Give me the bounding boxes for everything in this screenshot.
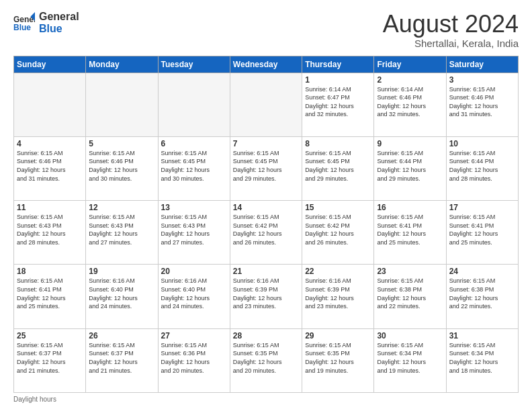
calendar-cell [230,73,302,136]
calendar-cell: 23Sunrise: 6:15 AM Sunset: 6:38 PM Dayli… [374,265,446,328]
calendar-cell: 16Sunrise: 6:15 AM Sunset: 6:41 PM Dayli… [374,201,446,265]
day-number: 26 [89,331,154,340]
day-number: 13 [161,203,227,212]
calendar-cell: 13Sunrise: 6:15 AM Sunset: 6:43 PM Dayli… [158,201,230,265]
calendar-cell: 6Sunrise: 6:15 AM Sunset: 6:45 PM Daylig… [158,136,230,200]
calendar-cell: 3Sunrise: 6:15 AM Sunset: 6:46 PM Daylig… [446,73,518,136]
weekday-header-sunday: Sunday [14,56,86,73]
day-info: Sunrise: 6:16 AM Sunset: 6:39 PM Dayligh… [305,277,371,310]
weekday-header-row: SundayMondayTuesdayWednesdayThursdayFrid… [14,56,519,73]
day-info: Sunrise: 6:15 AM Sunset: 6:36 PM Dayligh… [161,341,227,375]
day-number: 23 [377,267,443,276]
day-info: Sunrise: 6:15 AM Sunset: 6:35 PM Dayligh… [233,341,299,375]
day-number: 20 [161,267,227,276]
calendar-cell: 5Sunrise: 6:15 AM Sunset: 6:46 PM Daylig… [86,136,158,200]
calendar-cell: 8Sunrise: 6:15 AM Sunset: 6:45 PM Daylig… [302,136,374,200]
day-number: 2 [377,75,443,85]
day-info: Sunrise: 6:15 AM Sunset: 6:37 PM Dayligh… [17,341,83,375]
weekday-header-monday: Monday [86,56,158,73]
calendar-cell: 15Sunrise: 6:15 AM Sunset: 6:42 PM Dayli… [302,201,374,265]
header: General Blue General Blue August 2024 Sh… [13,11,519,49]
calendar-cell: 12Sunrise: 6:15 AM Sunset: 6:43 PM Dayli… [86,201,158,265]
day-info: Sunrise: 6:15 AM Sunset: 6:38 PM Dayligh… [377,277,443,310]
day-number: 19 [89,267,154,276]
week-row-2: 4Sunrise: 6:15 AM Sunset: 6:46 PM Daylig… [14,136,519,200]
day-number: 16 [377,203,443,212]
week-row-3: 11Sunrise: 6:15 AM Sunset: 6:43 PM Dayli… [14,201,519,265]
calendar-cell: 22Sunrise: 6:16 AM Sunset: 6:39 PM Dayli… [302,265,374,328]
weekday-header-saturday: Saturday [446,56,518,73]
day-info: Sunrise: 6:15 AM Sunset: 6:46 PM Dayligh… [449,85,515,119]
logo-area: General Blue General Blue [13,11,79,34]
day-number: 22 [305,267,371,276]
day-info: Sunrise: 6:15 AM Sunset: 6:46 PM Dayligh… [89,149,154,183]
day-info: Sunrise: 6:15 AM Sunset: 6:34 PM Dayligh… [377,341,443,375]
day-number: 6 [161,139,227,148]
calendar-cell: 7Sunrise: 6:15 AM Sunset: 6:45 PM Daylig… [230,136,302,200]
weekday-header-thursday: Thursday [302,56,374,73]
day-info: Sunrise: 6:15 AM Sunset: 6:34 PM Dayligh… [449,341,515,375]
day-info: Sunrise: 6:15 AM Sunset: 6:42 PM Dayligh… [305,213,371,246]
day-number: 4 [17,139,83,148]
day-number: 29 [305,331,371,340]
svg-text:Blue: Blue [13,22,31,32]
calendar-table: SundayMondayTuesdayWednesdayThursdayFrid… [13,56,519,393]
day-number: 14 [233,203,299,212]
calendar-cell: 2Sunrise: 6:14 AM Sunset: 6:46 PM Daylig… [374,73,446,136]
day-number: 24 [449,267,515,276]
day-info: Sunrise: 6:15 AM Sunset: 6:44 PM Dayligh… [377,149,443,183]
calendar-cell [14,73,86,136]
calendar-cell: 10Sunrise: 6:15 AM Sunset: 6:44 PM Dayli… [446,136,518,200]
day-number: 25 [17,331,83,340]
month-title: August 2024 [383,11,519,38]
calendar-cell [158,73,230,136]
day-info: Sunrise: 6:15 AM Sunset: 6:43 PM Dayligh… [161,213,227,246]
day-info: Sunrise: 6:15 AM Sunset: 6:43 PM Dayligh… [89,213,154,246]
day-number: 18 [17,267,83,276]
calendar-cell: 14Sunrise: 6:15 AM Sunset: 6:42 PM Dayli… [230,201,302,265]
calendar-cell [86,73,158,136]
calendar-cell: 29Sunrise: 6:15 AM Sunset: 6:35 PM Dayli… [302,328,374,392]
day-info: Sunrise: 6:15 AM Sunset: 6:43 PM Dayligh… [17,213,83,246]
day-info: Sunrise: 6:14 AM Sunset: 6:46 PM Dayligh… [377,85,443,119]
day-info: Sunrise: 6:15 AM Sunset: 6:38 PM Dayligh… [449,277,515,310]
title-area: August 2024 Shertallai, Kerala, India [383,11,519,49]
day-info: Sunrise: 6:15 AM Sunset: 6:41 PM Dayligh… [377,213,443,246]
day-number: 11 [17,203,83,212]
location-subtitle: Shertallai, Kerala, India [383,38,519,49]
weekday-header-wednesday: Wednesday [230,56,302,73]
day-info: Sunrise: 6:15 AM Sunset: 6:45 PM Dayligh… [233,149,299,183]
day-info: Sunrise: 6:15 AM Sunset: 6:41 PM Dayligh… [17,277,83,310]
day-number: 27 [161,331,227,340]
day-number: 15 [305,203,371,212]
day-info: Sunrise: 6:15 AM Sunset: 6:37 PM Dayligh… [89,341,154,375]
day-number: 10 [449,139,515,148]
calendar-cell: 9Sunrise: 6:15 AM Sunset: 6:44 PM Daylig… [374,136,446,200]
calendar-cell: 17Sunrise: 6:15 AM Sunset: 6:41 PM Dayli… [446,201,518,265]
day-info: Sunrise: 6:15 AM Sunset: 6:45 PM Dayligh… [161,149,227,183]
day-number: 9 [377,139,443,148]
calendar-cell: 21Sunrise: 6:16 AM Sunset: 6:39 PM Dayli… [230,265,302,328]
day-number: 5 [89,139,154,148]
footer-note: Daylight hours [13,396,519,403]
day-info: Sunrise: 6:15 AM Sunset: 6:41 PM Dayligh… [449,213,515,246]
calendar-cell: 11Sunrise: 6:15 AM Sunset: 6:43 PM Dayli… [14,201,86,265]
calendar-cell: 18Sunrise: 6:15 AM Sunset: 6:41 PM Dayli… [14,265,86,328]
day-info: Sunrise: 6:16 AM Sunset: 6:39 PM Dayligh… [233,277,299,310]
day-info: Sunrise: 6:16 AM Sunset: 6:40 PM Dayligh… [89,277,154,310]
day-number: 28 [233,331,299,340]
generalblue-logo-icon: General Blue [13,12,35,34]
calendar-cell: 4Sunrise: 6:15 AM Sunset: 6:46 PM Daylig… [14,136,86,200]
calendar-cell: 27Sunrise: 6:15 AM Sunset: 6:36 PM Dayli… [158,328,230,392]
weekday-header-tuesday: Tuesday [158,56,230,73]
weekday-header-friday: Friday [374,56,446,73]
day-info: Sunrise: 6:15 AM Sunset: 6:42 PM Dayligh… [233,213,299,246]
logo-blue: Blue [39,23,79,35]
day-number: 1 [305,75,371,85]
day-number: 30 [377,331,443,340]
day-number: 21 [233,267,299,276]
day-number: 12 [89,203,154,212]
calendar-cell: 19Sunrise: 6:16 AM Sunset: 6:40 PM Dayli… [86,265,158,328]
day-number: 31 [449,331,515,340]
day-info: Sunrise: 6:15 AM Sunset: 6:35 PM Dayligh… [305,341,371,375]
